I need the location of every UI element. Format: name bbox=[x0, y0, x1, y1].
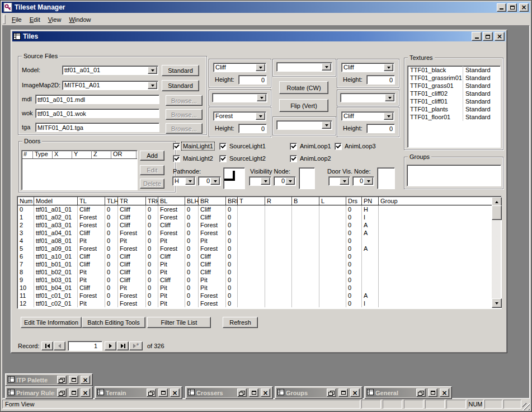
tab-filter-tile-list[interactable]: Filter Tile List bbox=[147, 317, 211, 328]
checkbox-label-sourcelight1[interactable]: SourceLight1 bbox=[228, 142, 267, 150]
chevron-down-icon[interactable] bbox=[340, 177, 349, 185]
chevron-down-icon[interactable] bbox=[148, 67, 157, 74]
checkbox-label-mainlight1[interactable]: MainLight1 bbox=[182, 142, 214, 150]
rotate-button[interactable]: Rotate (CW) bbox=[279, 81, 328, 94]
menu-item-edit[interactable]: Edit bbox=[26, 15, 44, 25]
table-row[interactable]: 3ttf01_a04_01Cliff0Forest0Forest0Forest0… bbox=[18, 229, 492, 237]
maximize-button[interactable] bbox=[69, 376, 78, 384]
checkbox-mainlight1[interactable] bbox=[173, 143, 180, 150]
corner-br-combo[interactable]: Cliff bbox=[341, 111, 394, 121]
checkbox-label-animloop3[interactable]: AnimLoop3 bbox=[343, 142, 377, 150]
table-row[interactable]: 7ttf01_b01_01Cliff0Cliff0Pit0Cliff00 bbox=[18, 260, 492, 268]
texture-row[interactable]: TTF01_grass01Standard bbox=[408, 82, 500, 90]
mdl-browse-button[interactable]: Browse... bbox=[166, 95, 203, 106]
maximize-button[interactable] bbox=[338, 388, 348, 397]
restore-button[interactable] bbox=[57, 388, 67, 397]
menu-item-view[interactable]: View bbox=[44, 15, 65, 25]
model-standard-button[interactable]: Standard bbox=[162, 65, 199, 76]
corner-br-height[interactable] bbox=[366, 124, 395, 133]
menu-item-file[interactable]: File bbox=[8, 15, 26, 25]
maximize-button[interactable] bbox=[428, 388, 437, 397]
minimize-button[interactable] bbox=[497, 3, 506, 12]
checkbox-label-animloop2[interactable]: AnimLoop2 bbox=[299, 154, 332, 162]
chevron-down-icon[interactable] bbox=[256, 64, 265, 71]
checkbox-animloop3[interactable] bbox=[335, 143, 342, 150]
table-row[interactable]: 5ttf01_a09_01Forest0Forest0Forest0Forest… bbox=[18, 245, 492, 252]
pathnode-dir-combo[interactable]: H bbox=[172, 176, 196, 186]
pathnode-num-combo[interactable]: 0 bbox=[198, 176, 221, 186]
record-next-button[interactable] bbox=[105, 341, 116, 350]
wok-input[interactable] bbox=[35, 109, 159, 118]
scroll-down-button[interactable] bbox=[492, 298, 502, 308]
chevron-down-icon[interactable] bbox=[322, 121, 331, 129]
chevron-down-icon[interactable] bbox=[384, 64, 393, 71]
record-new-button[interactable]: * bbox=[129, 341, 143, 350]
tga-browse-button[interactable]: Browse... bbox=[166, 123, 203, 134]
edge-right-combo[interactable] bbox=[340, 93, 396, 102]
tiles-minimize-button[interactable] bbox=[472, 32, 482, 41]
chevron-down-icon[interactable] bbox=[385, 94, 394, 101]
model-combo[interactable]: ttf01_a01_01 bbox=[62, 65, 158, 75]
minimized-window-crossers[interactable]: Crossers× bbox=[185, 386, 273, 399]
edge-left-combo[interactable] bbox=[212, 93, 267, 102]
minimized-window-groups[interactable]: Groups× bbox=[275, 386, 362, 399]
corner-tl-combo[interactable]: Cliff bbox=[213, 63, 266, 72]
corner-tl-height[interactable] bbox=[238, 75, 267, 85]
texture-row[interactable]: TTF01_floor01Standard bbox=[408, 113, 500, 121]
chevron-down-icon[interactable] bbox=[256, 113, 265, 120]
checkbox-animloop2[interactable] bbox=[290, 155, 297, 162]
tile-table[interactable]: NumModelTLTLHTRTRHBLBLHBRBRHTRBLDrsPNGro… bbox=[17, 196, 502, 309]
texture-row[interactable]: TTF01_cliff02Standard bbox=[408, 90, 500, 97]
corner-tr-combo[interactable]: Cliff bbox=[341, 63, 394, 72]
checkbox-mainlight2[interactable] bbox=[173, 155, 180, 162]
chevron-down-icon[interactable] bbox=[148, 82, 157, 89]
edge-bottom-combo[interactable] bbox=[276, 120, 332, 130]
checkbox-label-sourcelight2[interactable]: SourceLight2 bbox=[228, 154, 267, 162]
menu-grip[interactable] bbox=[3, 15, 6, 24]
restore-button[interactable] bbox=[147, 388, 156, 397]
scrollbar-thumb[interactable] bbox=[492, 205, 502, 220]
doorvis-num-combo[interactable]: 0 bbox=[352, 176, 374, 186]
checkbox-label-animloop1[interactable]: AnimLoop1 bbox=[299, 142, 332, 150]
tab-edit-tile-information[interactable]: Edit Tile Information bbox=[21, 317, 82, 328]
minimized-window-itp-palette[interactable]: ITP Palette× bbox=[5, 373, 93, 386]
table-row[interactable]: 11ttf01_c01_01Forest0Forest0Pit0Forest00… bbox=[18, 292, 492, 299]
texture-row[interactable]: TTF01_grassrim01Standard bbox=[408, 74, 500, 82]
table-row[interactable]: 1ttf01_a02_01Forest0Cliff0Forest0Cliff00… bbox=[18, 213, 492, 221]
flip-button[interactable]: Flip (Vert) bbox=[279, 99, 328, 112]
refresh-button[interactable]: Refresh bbox=[223, 317, 258, 328]
menu-item-window[interactable]: Window bbox=[65, 15, 95, 25]
record-last-button[interactable] bbox=[117, 341, 129, 350]
texture-row[interactable]: TTF01_cliff01Standard bbox=[408, 97, 500, 105]
restore-button[interactable] bbox=[327, 388, 336, 397]
imagemap-standard-button[interactable]: Standard bbox=[162, 80, 199, 91]
table-row[interactable]: 12ttf01_c02_01Pit0Forest0Pit0Forest00I bbox=[18, 299, 492, 307]
close-button[interactable]: × bbox=[81, 376, 90, 384]
door-add-button[interactable]: Add bbox=[140, 151, 164, 161]
minimized-window-general[interactable]: General× bbox=[364, 386, 452, 399]
close-button[interactable]: × bbox=[81, 388, 90, 397]
tga-input[interactable] bbox=[35, 123, 159, 132]
doors-table[interactable]: #TypeXYZOR bbox=[21, 150, 138, 190]
close-button[interactable]: × bbox=[170, 388, 180, 397]
restore-button[interactable] bbox=[416, 388, 426, 397]
maximize-button[interactable] bbox=[69, 388, 78, 397]
table-row[interactable]: 9ttf01_b03_01Pit0Cliff0Cliff0Pit00 bbox=[18, 276, 492, 284]
chevron-down-icon[interactable] bbox=[261, 177, 270, 185]
corner-tr-height[interactable] bbox=[366, 75, 395, 85]
chevron-down-icon[interactable] bbox=[364, 177, 373, 185]
record-previous-button[interactable] bbox=[54, 341, 65, 350]
table-row[interactable]: 6ttf01_a10_01Cliff0Cliff0Cliff0Cliff00 bbox=[18, 252, 492, 260]
chevron-down-icon[interactable] bbox=[285, 177, 295, 185]
close-button[interactable]: × bbox=[261, 388, 270, 397]
chevron-down-icon[interactable] bbox=[384, 113, 393, 120]
tab-batch-editing-tools[interactable]: Batch Editing Tools bbox=[82, 317, 145, 328]
visibility-num-combo[interactable]: 0 bbox=[274, 176, 296, 186]
corner-bl-combo[interactable]: Forest bbox=[213, 111, 266, 121]
chevron-down-icon[interactable] bbox=[322, 63, 331, 71]
maximize-button[interactable] bbox=[249, 388, 258, 397]
maximize-button[interactable] bbox=[507, 3, 517, 12]
checkbox-sourcelight2[interactable] bbox=[219, 155, 227, 162]
wok-browse-button[interactable]: Browse... bbox=[166, 109, 203, 120]
edge-top-combo[interactable] bbox=[276, 62, 332, 72]
